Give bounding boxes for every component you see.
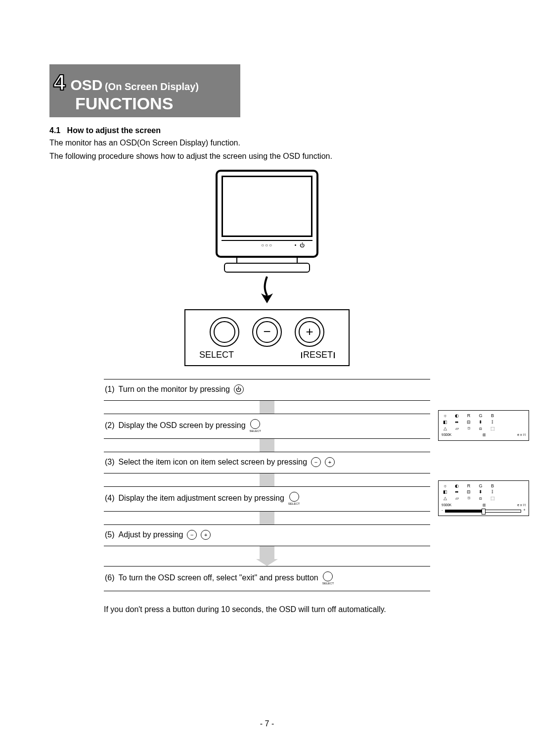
monitor-strip-dots: ○○○ (261, 242, 273, 248)
chapter-title-bar: 4 OSD (On Screen Display) FUNCTIONS (49, 64, 240, 117)
section-number: 4.1 (49, 126, 60, 135)
auto-off-note: If you don't press a button during 10 se… (104, 605, 485, 614)
select-icon (250, 419, 260, 429)
monitor-strip-buttons: • ⏻ (295, 242, 306, 248)
section-title: How to adjust the screen (67, 126, 161, 135)
title-osd-sub: (On Screen Display) (105, 81, 199, 92)
plus-icon: + (201, 530, 211, 540)
panel-reset-label: RESET (301, 350, 335, 360)
select-icon (289, 492, 299, 502)
section-paragraph1: The monitor has an OSD(On Screen Display… (49, 138, 485, 148)
title-osd: OSD (70, 77, 102, 93)
plus-knob: + (295, 317, 324, 347)
minus-knob: − (252, 317, 282, 347)
power-icon: ⏻ (234, 384, 244, 394)
arrow-down-icon (210, 276, 324, 305)
step-2: (2) Display the OSD screen by pressing S… (104, 414, 430, 439)
select-icon (323, 571, 333, 581)
title-functions: FUNCTIONS (75, 94, 236, 113)
osd-menu-popup: ☼◐RGB ◧⬌⊟⬍𝕀 △▱⌑⧈⬚ 9300K ▥ e x i t (438, 410, 529, 441)
section-paragraph2: The following procedure shows how to adj… (49, 151, 485, 162)
step-6: (6) To turn the OSD screen off, select "… (104, 566, 430, 591)
panel-select-label: SELECT (199, 350, 234, 360)
plus-icon: + (325, 457, 335, 467)
monitor-illustration: ○○○ • ⏻ (210, 170, 324, 305)
osd-slider-popup: ☼◐RGB ◧⬌⊟⬍𝕀 △▱⌑⧈⬚ 9300K ▥ e x i t - + (438, 480, 529, 517)
section-heading: 4.1 How to adjust the screen (49, 126, 485, 135)
minus-icon: − (311, 457, 321, 467)
step-1: (1) Turn on the monitor by pressing ⏻ (104, 379, 430, 401)
page-number: - 7 - (0, 719, 534, 728)
minus-icon: − (187, 530, 197, 540)
step-3: (3) Select the item icon on item select … (104, 452, 430, 473)
step-4: (4) Display the item adjustment screen b… (104, 486, 430, 512)
chapter-number: 4 (53, 70, 65, 95)
step-5: (5) Adjust by pressing − + (104, 524, 430, 546)
steps-flow: (1) Turn on the monitor by pressing ⏻ (2… (104, 379, 430, 591)
select-knob (210, 317, 239, 347)
control-panel: − + SELECT RESET (184, 309, 350, 366)
